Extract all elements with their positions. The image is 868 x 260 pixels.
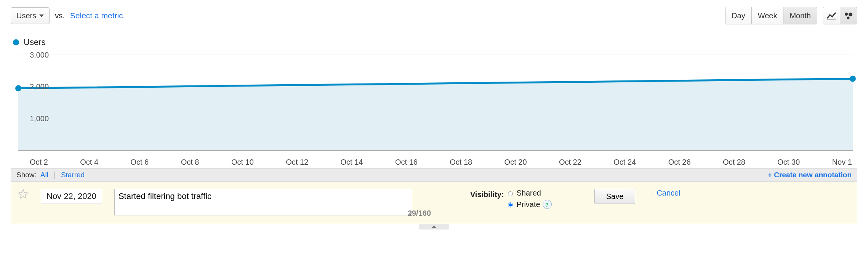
divider: | [54,171,56,179]
annotations-drawer-handle-row [11,224,857,230]
cancel-link[interactable]: Cancel [657,189,680,197]
x-tick: Oct 30 [777,158,800,167]
x-tick: Oct 6 [130,158,149,167]
y-tick-3000: 3,000 [30,51,49,59]
y-tick-1000: 1,000 [30,114,49,123]
visibility-shared-label: Shared [516,189,541,197]
vs-label: vs. [55,11,65,20]
chart-legend: Users [13,37,857,47]
x-tick: Oct 22 [559,158,581,167]
divider: | [651,190,653,197]
x-tick: Oct 18 [450,158,472,167]
x-tick: Oct 20 [504,158,527,167]
visibility-private-label: Private [516,200,540,209]
create-annotation-link[interactable]: + Create new annotation [768,171,852,179]
show-all-link[interactable]: All [40,171,48,179]
line-chart-icon-button[interactable] [823,7,840,24]
x-tick: Oct 28 [723,158,745,167]
legend-label: Users [24,37,45,47]
select-metric-link[interactable]: Select a metric [70,11,123,20]
annotations-toolbar: Show: All | Starred + Create new annotat… [11,168,857,182]
x-tick: Oct 12 [286,158,308,167]
char-count: 29/160 [408,209,431,218]
visibility-label: Visibility: [470,190,504,199]
primary-metric-dropdown[interactable]: Users [11,7,50,24]
primary-metric-label: Users [16,11,36,20]
svg-marker-7 [18,79,853,151]
x-axis-labels: Oct 2Oct 4Oct 6Oct 8Oct 10Oct 12Oct 14Oc… [11,158,857,167]
granularity-week[interactable]: Week [751,7,783,24]
svg-point-9 [15,85,21,91]
x-tick: Oct 24 [613,158,636,167]
save-button[interactable]: Save [594,189,636,204]
visibility-shared-radio[interactable] [508,191,513,196]
chevron-down-icon [39,14,44,17]
show-starred-link[interactable]: Starred [61,171,85,179]
annotation-text-input[interactable] [114,189,412,215]
svg-point-2 [847,17,850,19]
chevron-up-icon [431,225,437,228]
visibility-shared-option[interactable]: Shared [506,189,551,197]
svg-marker-11 [19,189,27,198]
svg-point-0 [845,13,848,16]
annotation-editor: Nov 22, 2020 29/160 Visibility: Shared P… [11,182,857,224]
x-tick: Oct 10 [231,158,254,167]
y-tick-2000: 2,000 [30,82,49,91]
users-line-chart: 3,000 2,000 1,000 Oct 2Oct 4Oct 6Oct 8Oc… [11,51,857,167]
x-tick: Oct 2 [30,158,48,167]
x-tick: Oct 16 [395,158,418,167]
motion-chart-icon-button[interactable] [840,7,857,24]
x-tick: Oct 14 [341,158,363,167]
line-chart-icon [826,11,836,20]
star-icon[interactable] [18,189,29,199]
x-tick: Oct 8 [181,158,199,167]
x-tick: Oct 4 [80,158,98,167]
chart-svg [14,51,857,154]
bubble-chart-icon [844,11,854,20]
help-icon[interactable]: ? [543,200,552,209]
visibility-private-radio[interactable] [508,202,513,207]
x-tick: Nov 1 [832,158,852,167]
granularity-day[interactable]: Day [725,7,751,24]
legend-dot-icon [13,39,19,45]
svg-point-1 [849,13,852,16]
annotation-date-input[interactable]: Nov 22, 2020 [41,189,102,204]
svg-point-10 [850,76,856,82]
granularity-month[interactable]: Month [783,7,817,24]
granularity-toggle: Day Week Month [725,7,817,24]
annotations-drawer-handle[interactable] [419,224,449,230]
chart-type-toggle [823,7,857,24]
visibility-private-option[interactable]: Private ? [506,200,551,209]
show-label: Show: [16,171,37,179]
metric-controls-row: Users vs. Select a metric Day Week Month [11,7,857,24]
x-tick: Oct 26 [668,158,691,167]
